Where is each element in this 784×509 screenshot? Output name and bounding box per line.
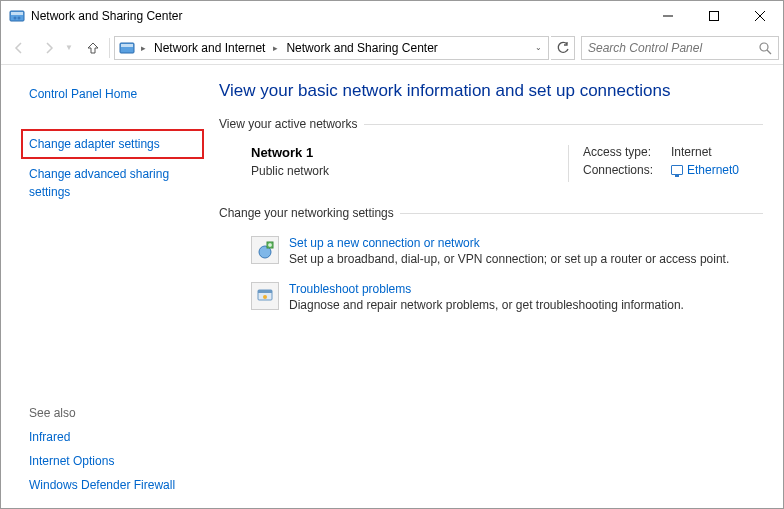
breadcrumb-dropdown[interactable]: ⌄ [531, 43, 546, 52]
setup-connection-icon [251, 236, 279, 264]
section-label-active-networks: View your active networks [219, 117, 358, 131]
active-network-row: Network 1 Public network Access type: In… [219, 141, 763, 206]
search-box[interactable] [581, 36, 779, 60]
breadcrumb[interactable]: ▸ Network and Internet ▸ Network and Sha… [114, 36, 549, 60]
forward-button[interactable] [35, 34, 63, 62]
back-button[interactable] [5, 34, 33, 62]
divider [364, 124, 763, 125]
connection-name[interactable]: Ethernet0 [687, 163, 739, 177]
svg-point-2 [14, 17, 17, 20]
svg-rect-1 [11, 12, 23, 15]
window-title: Network and Sharing Center [31, 9, 645, 23]
sidebar-link-internet-options[interactable]: Internet Options [29, 452, 197, 470]
chevron-right-icon[interactable]: ▸ [139, 43, 148, 53]
setup-connection-desc: Set up a broadband, dial-up, or VPN conn… [289, 252, 729, 266]
page-heading: View your basic network information and … [219, 81, 763, 101]
sidebar: Control Panel Home Change adapter settin… [1, 65, 211, 508]
search-icon[interactable] [758, 41, 772, 55]
troubleshoot-icon [251, 282, 279, 310]
sidebar-link-advanced-sharing[interactable]: Change advanced sharing settings [29, 165, 197, 201]
sidebar-link-adapter-settings[interactable]: Change adapter settings [29, 135, 196, 153]
sidebar-home-link[interactable]: Control Panel Home [29, 85, 197, 103]
ethernet-icon [671, 165, 683, 175]
network-type: Public network [251, 164, 554, 178]
navbar: ▼ ▸ Network and Internet ▸ Network and S… [1, 31, 783, 65]
breadcrumb-seg-network-internet[interactable]: Network and Internet [150, 41, 269, 55]
main-content: View your basic network information and … [211, 65, 783, 508]
access-type-value: Internet [671, 145, 712, 159]
separator [109, 38, 110, 58]
see-also-label: See also [29, 406, 197, 420]
close-button[interactable] [737, 1, 783, 31]
breadcrumb-seg-sharing-center[interactable]: Network and Sharing Center [282, 41, 441, 55]
option-setup-connection: Set up a new connection or network Set u… [219, 230, 763, 276]
control-panel-icon [9, 8, 25, 24]
svg-point-18 [263, 295, 267, 299]
titlebar: Network and Sharing Center [1, 1, 783, 31]
maximize-button[interactable] [691, 1, 737, 31]
connections-label: Connections: [583, 163, 671, 178]
troubleshoot-link[interactable]: Troubleshoot problems [289, 282, 411, 296]
breadcrumb-icon [119, 40, 135, 56]
refresh-button[interactable] [551, 36, 575, 60]
history-dropdown[interactable]: ▼ [65, 43, 79, 52]
svg-point-3 [18, 17, 21, 20]
svg-rect-17 [258, 290, 272, 293]
highlight-box: Change adapter settings [21, 129, 204, 159]
section-label-change-settings: Change your networking settings [219, 206, 394, 220]
search-input[interactable] [588, 41, 758, 55]
svg-point-10 [760, 43, 768, 51]
svg-rect-9 [121, 44, 133, 47]
divider [400, 213, 763, 214]
chevron-right-icon[interactable]: ▸ [271, 43, 280, 53]
divider [568, 145, 569, 182]
svg-line-11 [767, 50, 771, 54]
sidebar-link-firewall[interactable]: Windows Defender Firewall [29, 476, 197, 494]
svg-rect-5 [710, 12, 719, 21]
connection-link[interactable]: Ethernet0 [671, 163, 739, 177]
up-button[interactable] [81, 36, 105, 60]
sidebar-link-infrared[interactable]: Infrared [29, 428, 197, 446]
option-troubleshoot: Troubleshoot problems Diagnose and repai… [219, 276, 763, 322]
minimize-button[interactable] [645, 1, 691, 31]
setup-connection-link[interactable]: Set up a new connection or network [289, 236, 480, 250]
access-type-label: Access type: [583, 145, 671, 159]
troubleshoot-desc: Diagnose and repair network problems, or… [289, 298, 684, 312]
network-name: Network 1 [251, 145, 554, 160]
